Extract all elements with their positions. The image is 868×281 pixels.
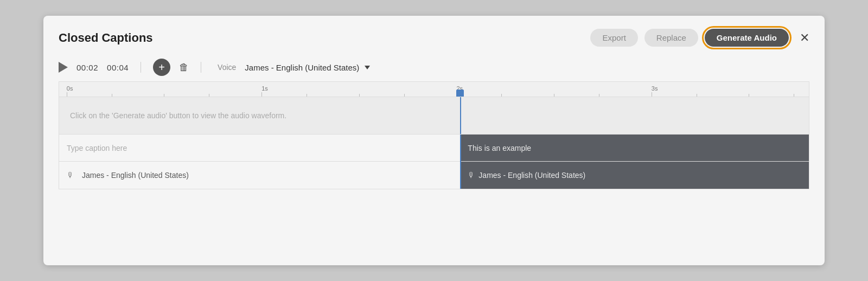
tracks-container: Type caption here This is an example 🎙 J… <box>59 135 809 189</box>
playhead-line-tracks <box>460 135 461 189</box>
voice-track-right-label: James - English (United States) <box>478 171 585 180</box>
timecode-current: 00:02 <box>76 63 98 72</box>
export-button[interactable]: Export <box>590 29 637 47</box>
trash-icon: 🗑 <box>179 62 189 73</box>
ruler-tick-1s <box>261 92 262 97</box>
ruler-mark-0s: 0s <box>67 85 73 92</box>
timeline-container: 0s 1s 2s 3s Click on t <box>59 81 809 189</box>
divider <box>141 62 141 73</box>
closed-captions-panel: Closed Captions Export Replace Generate … <box>43 16 825 265</box>
add-caption-button[interactable]: + <box>153 59 170 76</box>
ruler-mark-3s: 3s <box>652 85 658 92</box>
timeline-ruler[interactable]: 0s 1s 2s 3s <box>59 81 809 97</box>
ruler-mark-1s: 1s <box>261 85 268 92</box>
voice-track-right: 🎙 James - English (United States) <box>460 162 809 189</box>
voice-value: James - English (United States) <box>245 63 359 72</box>
waveform-placeholder: Click on the 'Generate audio' button to … <box>70 111 286 120</box>
voice-track-left: 🎙 James - English (United States) <box>59 162 460 189</box>
mic-icon-left: 🎙 <box>67 171 74 180</box>
panel-title: Closed Captions <box>59 31 153 45</box>
playhead-line-waveform <box>460 97 461 134</box>
timecode-total: 00:04 <box>107 63 129 72</box>
header-actions: Export Replace Generate Audio ✕ <box>590 29 809 47</box>
generate-audio-button[interactable]: Generate Audio <box>705 29 789 47</box>
chevron-down-icon <box>365 66 370 69</box>
controls-row: 00:02 00:04 + 🗑 Voice James - English (U… <box>59 59 809 76</box>
ruler-tick-0s <box>67 92 67 97</box>
caption-track-right[interactable]: This is an example <box>460 135 809 161</box>
waveform-area: Click on the 'Generate audio' button to … <box>59 97 809 135</box>
voice-select-button[interactable]: James - English (United States) <box>245 63 370 72</box>
voice-track-left-label: James - English (United States) <box>82 171 189 180</box>
ruler-tick-3s <box>652 92 652 97</box>
header-row: Closed Captions Export Replace Generate … <box>59 29 809 47</box>
voice-track-row: 🎙 James - English (United States) 🎙 Jame… <box>59 162 809 189</box>
voice-label: Voice <box>218 63 236 72</box>
close-button[interactable]: ✕ <box>800 32 809 44</box>
caption-track-row: Type caption here This is an example <box>59 135 809 162</box>
plus-icon: + <box>158 62 165 73</box>
caption-placeholder: Type caption here <box>67 144 127 152</box>
playhead-handle <box>456 90 464 97</box>
replace-button[interactable]: Replace <box>644 29 698 47</box>
delete-caption-button[interactable]: 🗑 <box>179 62 189 73</box>
caption-track-left[interactable]: Type caption here <box>59 135 460 161</box>
caption-text: This is an example <box>468 144 531 152</box>
play-icon <box>59 62 68 73</box>
mic-icon-right: 🎙 <box>468 171 475 180</box>
divider2 <box>201 62 201 73</box>
play-button[interactable] <box>59 62 68 73</box>
